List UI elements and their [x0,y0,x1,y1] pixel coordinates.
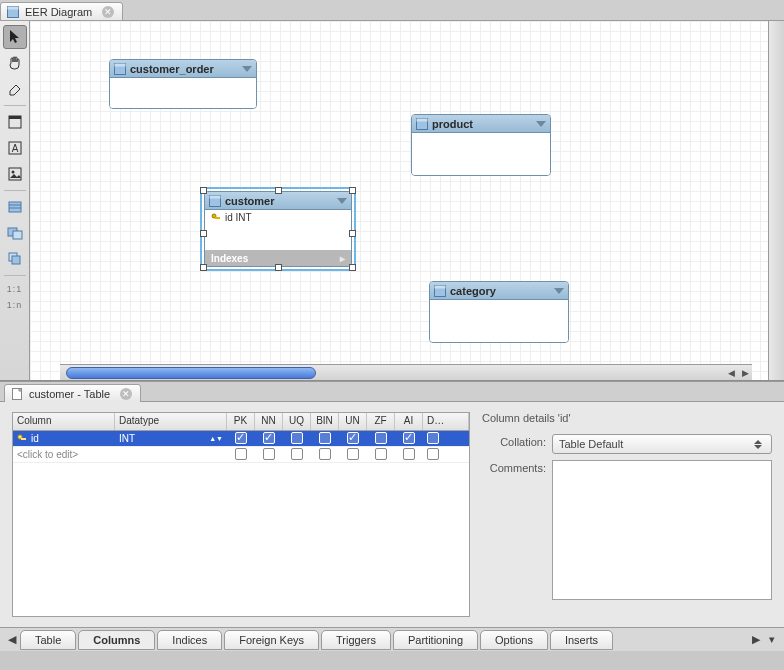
chevron-down-icon[interactable] [242,66,252,72]
checkbox-default[interactable] [427,432,439,444]
resize-handle[interactable] [275,264,282,271]
cursor-tool[interactable] [3,25,27,49]
resize-handle[interactable] [349,264,356,271]
checkbox-uq[interactable] [291,432,303,444]
editor-subtabs: ◀ TableColumnsIndicesForeign KeysTrigger… [0,627,784,651]
table-icon [209,195,221,207]
tool-palette: A 1:1 1:n [0,21,30,380]
key-icon [17,434,27,444]
checkbox-un[interactable] [347,448,359,460]
diagram-canvas[interactable]: customer_order product category [30,21,768,380]
resize-handle[interactable] [200,187,207,194]
entity-title: customer [225,195,275,207]
svg-rect-22 [210,195,221,198]
relation-1-n-label[interactable]: 1:n [7,300,23,310]
col-header-column[interactable]: Column [13,413,115,430]
checkbox-uq[interactable] [291,448,303,460]
relation-1-1-label[interactable]: 1:1 [7,284,23,294]
svg-rect-12 [13,231,22,239]
col-header-nn[interactable]: NN [255,413,283,430]
collapse-panel-icon[interactable]: ▾ [764,631,780,649]
checkbox-un[interactable] [347,432,359,444]
resize-handle[interactable] [349,187,356,194]
subtab-triggers[interactable]: Triggers [321,630,391,650]
layer-tool[interactable] [3,110,27,134]
col-header-default[interactable]: D… [423,413,469,430]
subtab-foreign-keys[interactable]: Foreign Keys [224,630,319,650]
table-row[interactable]: id INT ▲▼ [13,431,469,447]
subtab-indices[interactable]: Indices [157,630,222,650]
checkbox-bin[interactable] [319,432,331,444]
checkbox-pk[interactable] [235,448,247,460]
subtab-options[interactable]: Options [480,630,548,650]
scroll-right-icon[interactable]: ▶ [738,366,752,380]
text-tool[interactable]: A [3,136,27,160]
chevron-right-icon: ▸ [340,253,345,264]
chevron-down-icon[interactable] [337,198,347,204]
subtab-table[interactable]: Table [20,630,76,650]
tab-customer-table[interactable]: customer - Table ✕ [4,384,141,403]
separator [4,190,26,191]
eraser-tool[interactable] [3,77,27,101]
svg-rect-24 [215,217,220,219]
checkbox-bin[interactable] [319,448,331,460]
checkbox-pk[interactable] [235,432,247,444]
resize-handle[interactable] [200,230,207,237]
checkbox-zf[interactable] [375,432,387,444]
col-header-bin[interactable]: BIN [311,413,339,430]
col-header-pk[interactable]: PK [227,413,255,430]
entity-column-row[interactable]: id INT [205,210,351,225]
svg-rect-1 [8,6,19,9]
close-icon[interactable]: ✕ [120,388,132,400]
close-icon[interactable]: ✕ [102,6,114,18]
tabs-scroll-right-icon[interactable]: ▶ [748,631,764,649]
scroll-thumb[interactable] [66,367,316,379]
entity-product[interactable]: product [411,114,551,176]
collation-select[interactable]: Table Default [552,434,772,454]
col-header-ai[interactable]: AI [395,413,423,430]
chevron-down-icon[interactable] [536,121,546,127]
resize-handle[interactable] [200,264,207,271]
checkbox-ai[interactable] [403,432,415,444]
svg-rect-16 [115,63,126,66]
details-title: Column details 'id' [482,412,772,424]
entity-title: category [450,285,496,297]
checkbox-nn[interactable] [263,448,275,460]
entity-title: product [432,118,473,130]
resize-handle[interactable] [349,230,356,237]
stepper-icon[interactable]: ▲▼ [209,436,223,441]
vertical-scrollbar[interactable] [768,21,784,380]
new-view-tool[interactable] [3,221,27,245]
svg-rect-27 [21,438,26,440]
chevron-down-icon[interactable] [554,288,564,294]
subtab-columns[interactable]: Columns [78,630,155,650]
tabs-scroll-left-icon[interactable]: ◀ [4,631,20,649]
entity-customer[interactable]: customer id INT Indexes ▸ [204,191,352,267]
checkbox-nn[interactable] [263,432,275,444]
col-header-datatype[interactable]: Datatype [115,413,227,430]
checkbox-ai[interactable] [403,448,415,460]
col-header-un[interactable]: UN [339,413,367,430]
svg-rect-3 [9,116,21,119]
tab-eer-diagram[interactable]: EER Diagram ✕ [0,2,123,21]
entity-customer-order[interactable]: customer_order [109,59,257,109]
col-header-uq[interactable]: UQ [283,413,311,430]
col-header-zf[interactable]: ZF [367,413,395,430]
resize-handle[interactable] [275,187,282,194]
checkbox-zf[interactable] [375,448,387,460]
image-tool[interactable] [3,162,27,186]
collation-label: Collation: [482,434,546,448]
routine-group-tool[interactable] [3,247,27,271]
checkbox-default[interactable] [427,448,439,460]
table-row-new[interactable]: <click to edit> [13,447,469,463]
cell-placeholder: <click to edit> [13,449,115,460]
comments-textarea[interactable] [552,460,772,600]
scroll-left-icon[interactable]: ◀ [724,366,738,380]
entity-footer-label: Indexes [211,253,248,264]
hand-tool[interactable] [3,51,27,75]
new-table-tool[interactable] [3,195,27,219]
subtab-inserts[interactable]: Inserts [550,630,613,650]
entity-category[interactable]: category [429,281,569,343]
horizontal-scrollbar[interactable]: ◀ ▶ [60,364,752,380]
subtab-partitioning[interactable]: Partitioning [393,630,478,650]
